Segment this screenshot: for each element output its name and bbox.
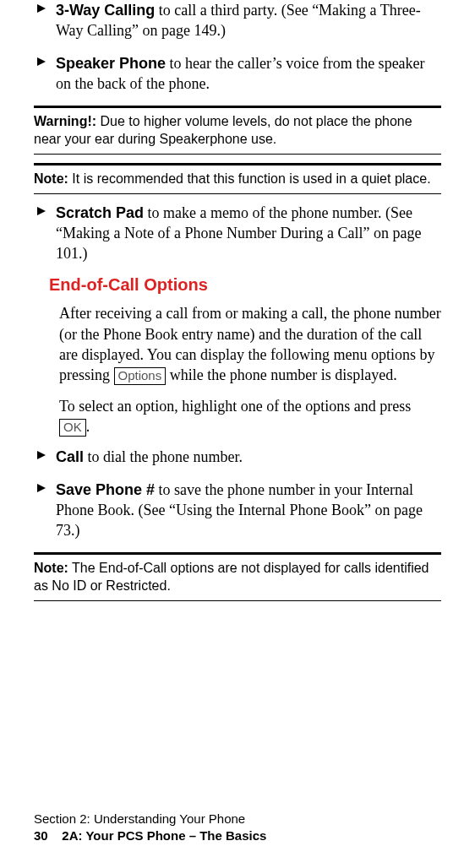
feature-term: 3-Way Calling bbox=[56, 2, 155, 19]
divider bbox=[34, 106, 441, 108]
body-paragraph: To select an option, highlight one of th… bbox=[59, 396, 441, 437]
note-text: It is recommended that this function is … bbox=[68, 171, 431, 186]
note-label: Note: bbox=[34, 171, 68, 186]
footer-section-line: Section 2: Understanding Your Phone bbox=[34, 811, 266, 827]
section-heading: End-of-Call Options bbox=[49, 275, 441, 295]
list-item: Save Phone # to save the phone number in… bbox=[56, 480, 441, 541]
note-label: Note: bbox=[34, 561, 68, 575]
chapter-title: 2A: Your PCS Phone – The Basics bbox=[62, 828, 266, 843]
footer-chapter-line: 30 2A: Your PCS Phone – The Basics bbox=[34, 827, 266, 844]
svg-marker-4 bbox=[37, 484, 46, 492]
bullet-arrow-icon bbox=[37, 207, 49, 219]
page: 3-Way Calling to call a third party. (Se… bbox=[0, 0, 475, 868]
list-item: Speaker Phone to hear the caller’s voice… bbox=[56, 53, 441, 95]
feature-description: to dial the phone number. bbox=[84, 448, 243, 465]
end-options-bullet-list: Call to dial the phone number. Save Phon… bbox=[34, 447, 441, 540]
options-keycap: Options bbox=[114, 367, 167, 385]
para-text: To select an option, highlight one of th… bbox=[59, 398, 411, 415]
bullet-arrow-icon bbox=[37, 4, 49, 16]
bullet-arrow-icon bbox=[37, 57, 49, 69]
feature-bullet-list-top: 3-Way Calling to call a third party. (Se… bbox=[34, 0, 441, 94]
divider bbox=[34, 600, 441, 601]
body-paragraph: After receiving a call from or making a … bbox=[59, 303, 441, 385]
para-text: while the phone number is displayed. bbox=[166, 366, 396, 383]
feature-bullet-scratch: Scratch Pad to make a memo of the phone … bbox=[34, 203, 441, 264]
list-item: Scratch Pad to make a memo of the phone … bbox=[56, 203, 441, 264]
svg-marker-3 bbox=[37, 451, 46, 459]
svg-marker-1 bbox=[37, 57, 46, 66]
divider bbox=[34, 193, 441, 194]
feature-term: Speaker Phone bbox=[56, 55, 166, 72]
warning-notice: Warning!: Due to higher volume levels, d… bbox=[34, 113, 441, 149]
list-item: Call to dial the phone number. bbox=[56, 447, 441, 467]
svg-marker-2 bbox=[37, 207, 46, 215]
page-footer: Section 2: Understanding Your Phone 30 2… bbox=[34, 811, 266, 845]
para-text: . bbox=[86, 418, 90, 435]
bullet-arrow-icon bbox=[37, 484, 49, 496]
bullet-arrow-icon bbox=[37, 451, 49, 463]
note-notice: Note: It is recommended that this functi… bbox=[34, 171, 441, 188]
note-notice: Note: The End-of-Call options are not di… bbox=[34, 560, 441, 595]
divider bbox=[34, 154, 441, 155]
feature-term: Scratch Pad bbox=[56, 204, 144, 221]
feature-term: Save Phone # bbox=[56, 481, 155, 498]
divider bbox=[34, 552, 441, 555]
warning-label: Warning!: bbox=[34, 114, 96, 128]
svg-marker-0 bbox=[37, 4, 46, 13]
divider bbox=[34, 163, 441, 165]
page-number: 30 bbox=[34, 828, 48, 843]
ok-keycap: OK bbox=[59, 419, 86, 437]
list-item: 3-Way Calling to call a third party. (Se… bbox=[56, 0, 441, 41]
feature-term: Call bbox=[56, 448, 84, 465]
note-text: The End-of-Call options are not displaye… bbox=[34, 561, 429, 593]
